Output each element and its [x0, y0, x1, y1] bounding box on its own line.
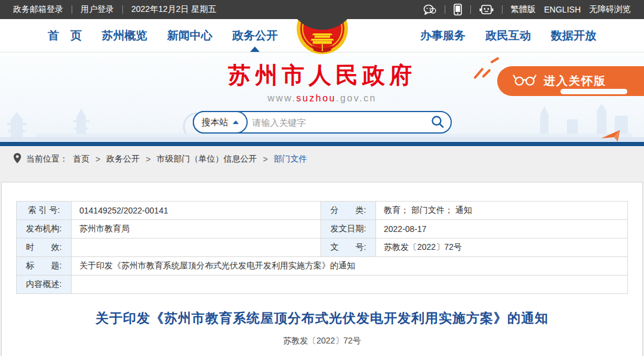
- breadcrumb-item-current: 部门文件: [274, 154, 307, 165]
- site-title: 苏州市人民政府: [228, 60, 416, 91]
- breadcrumb-label: 当前位置：: [26, 154, 68, 165]
- meta-label-issuing-agency: 发布机构:: [17, 220, 72, 239]
- table-row: 标 题: 关于印发《苏州市教育系统屋顶分布式光伏发电开发利用实施方案》的通知: [17, 257, 628, 275]
- table-row: 发布机构: 苏州市教育局 发文日期: 2022-08-17: [17, 220, 628, 239]
- divider: [445, 5, 445, 14]
- divider: [122, 5, 123, 14]
- article-doc-number: 苏教发〔2022〕72号: [16, 336, 628, 346]
- english-link[interactable]: ENGLISH: [544, 5, 581, 14]
- decorative-stripe: [560, 89, 627, 94]
- table-row: 内容概述:: [17, 275, 628, 294]
- search-icon: [430, 114, 445, 131]
- breadcrumb-separator: >: [95, 154, 100, 164]
- chevron-up-icon: [233, 120, 239, 124]
- care-version-button[interactable]: 进入关怀版: [497, 66, 644, 96]
- nav-item-news[interactable]: 新闻中心: [166, 20, 214, 52]
- nav-item-interaction[interactable]: 政民互动: [485, 20, 532, 52]
- breadcrumb-item-departments[interactable]: 市级部门（单位）信息公开: [156, 154, 257, 165]
- meta-label-summary: 内容概述:: [17, 275, 72, 294]
- search-button[interactable]: [430, 114, 445, 131]
- nav-item-open-data[interactable]: 数据开放: [550, 20, 597, 52]
- mobile-icon[interactable]: [454, 4, 462, 16]
- top-utility-bar: 政务邮箱登录 用户登录 2022年12月2日 星期五 繁體版 ENGLISH 无…: [0, 0, 644, 19]
- current-date: 2022年12月2日 星期五: [131, 4, 216, 15]
- search-input[interactable]: [246, 117, 430, 128]
- accessibility-link[interactable]: 无障碍浏览: [589, 4, 631, 15]
- meta-value-doc-number: 苏教发〔2022〕72号: [376, 239, 628, 257]
- paper-plane-decoration: [600, 129, 636, 142]
- breadcrumb-separator: >: [263, 154, 267, 164]
- meta-label-issue-date: 发文日期:: [321, 220, 376, 239]
- document-card: 索 引 号: 014149252/2022-00141 分 类: 教育； 部门文…: [1, 182, 643, 356]
- user-login-link[interactable]: 用户登录: [81, 4, 114, 15]
- meta-value-validity: [72, 239, 321, 257]
- nav-item-home[interactable]: 首 页: [47, 20, 83, 52]
- site-banner: 苏州市人民政府 www.suzhou.gov.cn 搜本站 进入关怀版: [0, 52, 644, 142]
- accent-bar: [0, 142, 644, 146]
- meta-label-index-number: 索 引 号:: [17, 202, 72, 220]
- search-scope-selector[interactable]: 搜本站: [193, 111, 248, 134]
- breadcrumb-item-home[interactable]: 首页: [73, 154, 90, 165]
- meta-value-category: 教育； 部门文件； 通知: [376, 202, 628, 220]
- meta-label-title: 标 题:: [17, 257, 72, 275]
- divider: [72, 5, 72, 14]
- meta-label-category: 分 类:: [321, 202, 376, 220]
- site-search-bar: 搜本站: [193, 111, 452, 134]
- content-area: 索 引 号: 014149252/2022-00141 分 类: 教育； 部门文…: [0, 172, 644, 356]
- glasses-icon: [513, 73, 537, 89]
- document-meta-table: 索 引 号: 014149252/2022-00141 分 类: 教育； 部门文…: [16, 201, 628, 294]
- table-row: 索 引 号: 014149252/2022-00141 分 类: 教育； 部门文…: [17, 202, 628, 220]
- article-title: 关于印发《苏州市教育系统屋顶分布式光伏发电开发利用实施方案》的通知: [16, 309, 628, 327]
- location-pin-icon: [13, 153, 21, 166]
- traditional-chinese-link[interactable]: 繁體版: [511, 4, 536, 15]
- active-tab-indicator: [250, 47, 260, 52]
- nav-item-overview[interactable]: 苏州概览: [100, 20, 148, 52]
- nav-item-services[interactable]: 办事服务: [419, 20, 467, 52]
- gov-mail-login-link[interactable]: 政务邮箱登录: [13, 4, 63, 15]
- robot-icon[interactable]: [479, 4, 494, 16]
- meta-label-doc-number: 文 号:: [321, 239, 376, 257]
- breadcrumb-separator: >: [146, 154, 150, 164]
- wechat-icon[interactable]: [423, 4, 436, 15]
- meta-label-validity: 时 效:: [17, 239, 72, 257]
- meta-value-issuing-agency: 苏州市教育局: [72, 220, 321, 239]
- divider: [502, 5, 503, 14]
- site-url: www.suzhou.gov.cn: [267, 93, 377, 104]
- meta-value-summary: [72, 275, 628, 294]
- breadcrumb-item-gov-affairs[interactable]: 政务公开: [106, 154, 140, 165]
- divider: [470, 5, 471, 14]
- breadcrumb: 当前位置： 首页 > 政务公开 > 市级部门（单位）信息公开 > 部门文件: [0, 146, 644, 172]
- table-row: 时 效: 文 号: 苏教发〔2022〕72号: [17, 239, 628, 257]
- meta-value-title: 关于印发《苏州市教育系统屋顶分布式光伏发电开发利用实施方案》的通知: [72, 257, 628, 275]
- nav-item-gov-affairs[interactable]: 政务公开: [231, 20, 279, 52]
- meta-value-index-number: 014149252/2022-00141: [72, 202, 321, 220]
- meta-value-issue-date: 2022-08-17: [376, 220, 628, 239]
